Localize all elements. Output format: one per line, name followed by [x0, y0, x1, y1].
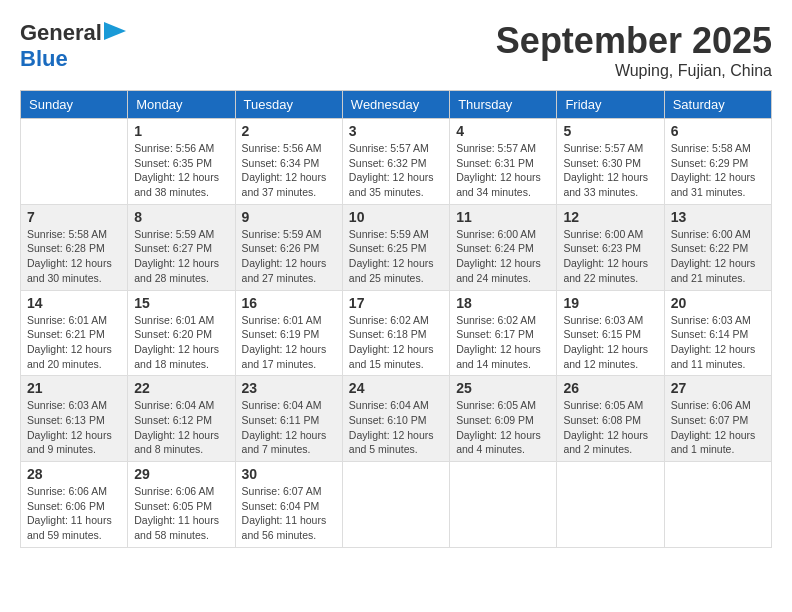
- calendar-week-row: 7Sunrise: 5:58 AMSunset: 6:28 PMDaylight…: [21, 204, 772, 290]
- logo-blue-text: Blue: [20, 46, 68, 71]
- day-number: 20: [671, 295, 765, 311]
- calendar-cell: 9Sunrise: 5:59 AMSunset: 6:26 PMDaylight…: [235, 204, 342, 290]
- calendar-cell: 19Sunrise: 6:03 AMSunset: 6:15 PMDayligh…: [557, 290, 664, 376]
- calendar-cell: 4Sunrise: 5:57 AMSunset: 6:31 PMDaylight…: [450, 119, 557, 205]
- day-info: Sunrise: 6:06 AMSunset: 6:07 PMDaylight:…: [671, 398, 765, 457]
- day-number: 2: [242, 123, 336, 139]
- logo-arrow-icon: [104, 22, 126, 40]
- logo-text: General: [20, 20, 102, 46]
- weekday-header-thursday: Thursday: [450, 91, 557, 119]
- day-number: 27: [671, 380, 765, 396]
- month-title: September 2025: [496, 20, 772, 62]
- day-number: 5: [563, 123, 657, 139]
- calendar-cell: [450, 462, 557, 548]
- day-number: 24: [349, 380, 443, 396]
- weekday-header-wednesday: Wednesday: [342, 91, 449, 119]
- calendar-cell: 16Sunrise: 6:01 AMSunset: 6:19 PMDayligh…: [235, 290, 342, 376]
- day-number: 9: [242, 209, 336, 225]
- calendar-cell: 3Sunrise: 5:57 AMSunset: 6:32 PMDaylight…: [342, 119, 449, 205]
- day-info: Sunrise: 6:04 AMSunset: 6:10 PMDaylight:…: [349, 398, 443, 457]
- day-number: 18: [456, 295, 550, 311]
- calendar-cell: 22Sunrise: 6:04 AMSunset: 6:12 PMDayligh…: [128, 376, 235, 462]
- day-number: 29: [134, 466, 228, 482]
- day-number: 7: [27, 209, 121, 225]
- calendar-week-row: 1Sunrise: 5:56 AMSunset: 6:35 PMDaylight…: [21, 119, 772, 205]
- logo: General Blue: [20, 20, 126, 72]
- day-info: Sunrise: 5:56 AMSunset: 6:34 PMDaylight:…: [242, 141, 336, 200]
- calendar-cell: [342, 462, 449, 548]
- day-number: 25: [456, 380, 550, 396]
- calendar-header-row: SundayMondayTuesdayWednesdayThursdayFrid…: [21, 91, 772, 119]
- day-number: 23: [242, 380, 336, 396]
- calendar-cell: 29Sunrise: 6:06 AMSunset: 6:05 PMDayligh…: [128, 462, 235, 548]
- calendar-week-row: 14Sunrise: 6:01 AMSunset: 6:21 PMDayligh…: [21, 290, 772, 376]
- calendar-cell: 8Sunrise: 5:59 AMSunset: 6:27 PMDaylight…: [128, 204, 235, 290]
- page-header: General Blue September 2025 Wuping, Fuji…: [20, 20, 772, 80]
- day-number: 14: [27, 295, 121, 311]
- day-info: Sunrise: 5:57 AMSunset: 6:31 PMDaylight:…: [456, 141, 550, 200]
- day-number: 26: [563, 380, 657, 396]
- calendar-week-row: 21Sunrise: 6:03 AMSunset: 6:13 PMDayligh…: [21, 376, 772, 462]
- svg-marker-0: [104, 22, 126, 40]
- calendar-cell: 28Sunrise: 6:06 AMSunset: 6:06 PMDayligh…: [21, 462, 128, 548]
- day-info: Sunrise: 6:03 AMSunset: 6:14 PMDaylight:…: [671, 313, 765, 372]
- weekday-header-sunday: Sunday: [21, 91, 128, 119]
- calendar-cell: 17Sunrise: 6:02 AMSunset: 6:18 PMDayligh…: [342, 290, 449, 376]
- day-number: 17: [349, 295, 443, 311]
- day-info: Sunrise: 5:59 AMSunset: 6:27 PMDaylight:…: [134, 227, 228, 286]
- calendar-cell: 25Sunrise: 6:05 AMSunset: 6:09 PMDayligh…: [450, 376, 557, 462]
- day-number: 10: [349, 209, 443, 225]
- weekday-header-saturday: Saturday: [664, 91, 771, 119]
- day-number: 16: [242, 295, 336, 311]
- day-number: 12: [563, 209, 657, 225]
- day-number: 4: [456, 123, 550, 139]
- calendar-week-row: 28Sunrise: 6:06 AMSunset: 6:06 PMDayligh…: [21, 462, 772, 548]
- day-info: Sunrise: 6:06 AMSunset: 6:05 PMDaylight:…: [134, 484, 228, 543]
- weekday-header-tuesday: Tuesday: [235, 91, 342, 119]
- calendar-table: SundayMondayTuesdayWednesdayThursdayFrid…: [20, 90, 772, 548]
- day-number: 21: [27, 380, 121, 396]
- calendar-cell: 14Sunrise: 6:01 AMSunset: 6:21 PMDayligh…: [21, 290, 128, 376]
- calendar-cell: [664, 462, 771, 548]
- calendar-cell: 12Sunrise: 6:00 AMSunset: 6:23 PMDayligh…: [557, 204, 664, 290]
- calendar-cell: [557, 462, 664, 548]
- weekday-header-monday: Monday: [128, 91, 235, 119]
- calendar-cell: 24Sunrise: 6:04 AMSunset: 6:10 PMDayligh…: [342, 376, 449, 462]
- location: Wuping, Fujian, China: [496, 62, 772, 80]
- calendar-cell: 13Sunrise: 6:00 AMSunset: 6:22 PMDayligh…: [664, 204, 771, 290]
- day-info: Sunrise: 6:06 AMSunset: 6:06 PMDaylight:…: [27, 484, 121, 543]
- day-info: Sunrise: 6:04 AMSunset: 6:12 PMDaylight:…: [134, 398, 228, 457]
- day-info: Sunrise: 6:05 AMSunset: 6:08 PMDaylight:…: [563, 398, 657, 457]
- calendar-cell: 20Sunrise: 6:03 AMSunset: 6:14 PMDayligh…: [664, 290, 771, 376]
- day-info: Sunrise: 5:57 AMSunset: 6:30 PMDaylight:…: [563, 141, 657, 200]
- day-number: 1: [134, 123, 228, 139]
- calendar-cell: [21, 119, 128, 205]
- calendar-cell: 30Sunrise: 6:07 AMSunset: 6:04 PMDayligh…: [235, 462, 342, 548]
- calendar-cell: 6Sunrise: 5:58 AMSunset: 6:29 PMDaylight…: [664, 119, 771, 205]
- day-info: Sunrise: 5:59 AMSunset: 6:26 PMDaylight:…: [242, 227, 336, 286]
- day-number: 3: [349, 123, 443, 139]
- day-number: 13: [671, 209, 765, 225]
- day-info: Sunrise: 5:58 AMSunset: 6:28 PMDaylight:…: [27, 227, 121, 286]
- day-number: 28: [27, 466, 121, 482]
- day-number: 22: [134, 380, 228, 396]
- day-info: Sunrise: 6:01 AMSunset: 6:20 PMDaylight:…: [134, 313, 228, 372]
- day-number: 15: [134, 295, 228, 311]
- calendar-cell: 5Sunrise: 5:57 AMSunset: 6:30 PMDaylight…: [557, 119, 664, 205]
- weekday-header-friday: Friday: [557, 91, 664, 119]
- day-info: Sunrise: 6:04 AMSunset: 6:11 PMDaylight:…: [242, 398, 336, 457]
- day-info: Sunrise: 5:56 AMSunset: 6:35 PMDaylight:…: [134, 141, 228, 200]
- calendar-cell: 10Sunrise: 5:59 AMSunset: 6:25 PMDayligh…: [342, 204, 449, 290]
- calendar-cell: 11Sunrise: 6:00 AMSunset: 6:24 PMDayligh…: [450, 204, 557, 290]
- day-info: Sunrise: 6:02 AMSunset: 6:18 PMDaylight:…: [349, 313, 443, 372]
- day-number: 11: [456, 209, 550, 225]
- day-number: 8: [134, 209, 228, 225]
- calendar-cell: 18Sunrise: 6:02 AMSunset: 6:17 PMDayligh…: [450, 290, 557, 376]
- day-info: Sunrise: 6:00 AMSunset: 6:24 PMDaylight:…: [456, 227, 550, 286]
- day-number: 30: [242, 466, 336, 482]
- day-info: Sunrise: 6:03 AMSunset: 6:15 PMDaylight:…: [563, 313, 657, 372]
- day-info: Sunrise: 5:58 AMSunset: 6:29 PMDaylight:…: [671, 141, 765, 200]
- day-info: Sunrise: 6:01 AMSunset: 6:19 PMDaylight:…: [242, 313, 336, 372]
- title-section: September 2025 Wuping, Fujian, China: [496, 20, 772, 80]
- day-info: Sunrise: 6:07 AMSunset: 6:04 PMDaylight:…: [242, 484, 336, 543]
